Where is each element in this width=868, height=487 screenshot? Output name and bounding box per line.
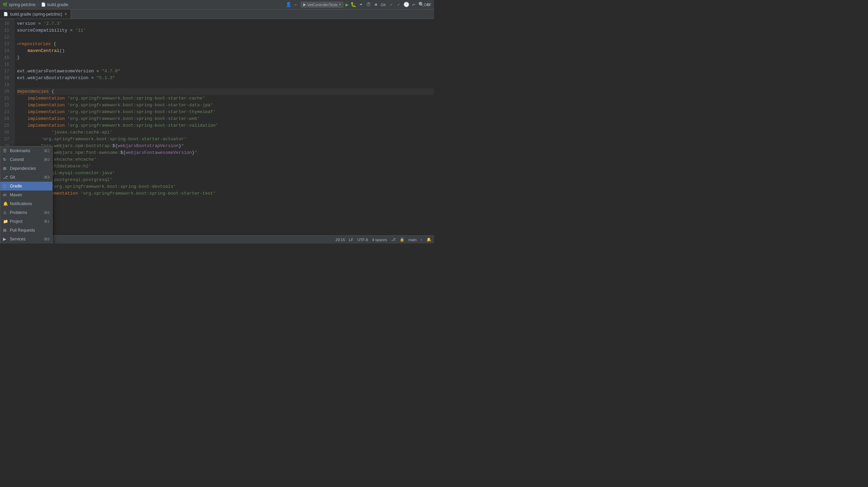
code-line-12 (17, 34, 434, 41)
git-icon: ⎇ (3, 175, 8, 180)
run-config-selector[interactable]: ▶ VetControllerTests ▾ (301, 2, 343, 7)
menu-item-project[interactable]: 📁 Project ⌘1 (0, 217, 52, 226)
problems-icon: ⚠ (3, 210, 8, 215)
code-line-10: version = '2.7.3' (17, 20, 434, 27)
tab-bar: 📄 build.gradle (spring-petclinic) ✕ (0, 10, 434, 19)
code-line-18: ext.webjarsBootstrapVersion = "5.1.3" (17, 75, 434, 82)
status-right: 20:15 LF UTF-8 4 spaces ⎇ 🔒 main ↑ 🔔 (336, 237, 431, 242)
line-num-27: 27 (0, 136, 11, 143)
line-num-18: 18 (0, 75, 11, 82)
pull-requests-icon: ⊞ (3, 228, 8, 233)
menu-label-bookmarks: Bookmarks (10, 148, 42, 153)
line-num-19: 19 (0, 82, 11, 88)
code-line-11: sourceCompatibility = '11' (17, 27, 434, 34)
notifications-icon: 🔔 (3, 201, 8, 206)
cursor-position[interactable]: 20:15 (336, 238, 345, 242)
popup-menu: ☰ Bookmarks ⌘2 ↻ Commit ⌘0 ⊞ Dependencie… (0, 146, 53, 244)
menu-item-dependencies[interactable]: ⊞ Dependencies (0, 164, 52, 173)
code-line-27: 'org.springframework.boot:spring-boot-st… (17, 136, 434, 143)
dependencies-icon: ⊞ (3, 166, 8, 171)
breadcrumb-file[interactable]: build.gradle (47, 2, 68, 7)
line-ending[interactable]: LF (349, 238, 354, 242)
line-num-10: 10 (0, 20, 11, 27)
line-num-26: 26 (0, 129, 11, 136)
git-rollback-icon[interactable]: ↩ (411, 2, 416, 7)
menu-shortcut-services: ⌘8 (44, 237, 50, 241)
profile-button[interactable]: ⏱ (366, 2, 371, 7)
code-line-20: dependencies { (17, 88, 434, 95)
code-line-15: } (17, 54, 434, 61)
code-line-35: implementation 'org.springframework.boot… (17, 190, 434, 197)
menu-item-git[interactable]: ⎇ Git ⌘9 (0, 173, 52, 182)
menu-item-services[interactable]: ▶ Services ⌘8 (0, 235, 52, 244)
line-num-14: 14 (0, 48, 11, 54)
menu-label-project: Project (10, 219, 42, 224)
menu-label-pull-requests: Pull Requests (10, 228, 48, 233)
menu-item-notifications[interactable]: 🔔 Notifications (0, 199, 52, 208)
menu-label-notifications: Notifications (10, 201, 48, 206)
bookmarks-icon: ☰ (3, 148, 8, 153)
menu-label-problems: Problems (10, 210, 42, 215)
run-config-icon: ▶ (303, 2, 306, 7)
upload-icon: ↑ (421, 238, 423, 242)
menu-item-problems[interactable]: ⚠ Problems ⌘6 (0, 208, 52, 217)
code-line-30: 'org.ehcache:ehcache' (17, 156, 434, 163)
project-icon: 📁 (3, 219, 8, 224)
run-config-label: VetControllerTests (307, 3, 338, 7)
code-line-19 (17, 82, 434, 88)
services-icon: ▶ (3, 237, 8, 241)
menu-label-commit: Commit (10, 157, 42, 162)
menu-item-gradle[interactable]: ⬡ Gradle (0, 182, 52, 191)
indent-info[interactable]: 4 spaces (372, 238, 387, 242)
git-update-icon[interactable]: ✓ (388, 2, 394, 7)
back-icon[interactable]: ← (293, 2, 299, 7)
project-icon: 🌿 (3, 2, 7, 7)
top-bar: 🌿 spring-petclinic › 📄 build.gradle 👤 ← … (0, 0, 434, 10)
run-button[interactable]: ▶ (345, 1, 349, 8)
tab-label: build.gradle (spring-petclinic) (10, 12, 62, 17)
code-line-31: 'com.h2database:h2' (17, 163, 434, 170)
line-num-12: 12 (0, 34, 11, 41)
menu-shortcut-commit: ⌘0 (44, 158, 50, 162)
status-bar: ☐ 20:15 LF UTF-8 4 spaces ⎇ 🔒 main ↑ 🔔 (0, 235, 434, 244)
notifications-status-icon: 🔔 (427, 237, 431, 242)
run-config-arrow: ▾ (339, 2, 341, 7)
coverage-button[interactable]: ☂ (358, 2, 364, 7)
menu-label-services: Services (10, 237, 42, 241)
code-line-16 (17, 61, 434, 68)
tab-build-gradle[interactable]: 📄 build.gradle (spring-petclinic) ✕ (0, 10, 71, 19)
git-history-icon[interactable]: 🕐 (403, 2, 409, 7)
breadcrumb-sep: › (37, 2, 40, 7)
menu-item-bookmarks[interactable]: ☰ Bookmarks ⌘2 (0, 146, 52, 155)
debug-button[interactable]: 🐛 (351, 2, 356, 7)
encoding[interactable]: UTF-8 (357, 238, 368, 242)
top-bar-right: 👤 ← ▶ VetControllerTests ▾ ▶ 🐛 ☂ ⏱ ■ Git… (286, 1, 431, 8)
stop-button[interactable]: ■ (373, 2, 379, 7)
code-line-29: "org.webjars.npm:font-awesome:${webjarsF… (17, 149, 434, 156)
code-line-21: implementation 'org.springframework.boot… (17, 95, 434, 102)
breadcrumb: 🌿 spring-petclinic › 📄 build.gradle (3, 2, 284, 7)
git-push-icon[interactable]: ✓ (396, 2, 401, 7)
code-content[interactable]: version = '2.7.3' sourceCompatibility = … (14, 19, 434, 235)
menu-label-git: Git (10, 175, 42, 180)
code-line-13: ▾repositories { (17, 41, 434, 48)
user-icon[interactable]: 👤 (286, 2, 291, 7)
line-num-23: 23 (0, 109, 11, 115)
tab-close-button[interactable]: ✕ (64, 12, 67, 16)
menu-item-pull-requests[interactable]: ⊞ Pull Requests (0, 226, 52, 235)
git-label: Git: (381, 3, 386, 7)
code-line-14: mavenCentral() (17, 48, 434, 54)
line-num-20: 20 (0, 88, 11, 95)
code-line-22: implementation 'org.springframework.boot… (17, 102, 434, 109)
line-num-17: 17 (0, 68, 11, 75)
breadcrumb-project[interactable]: spring-petclinic (9, 2, 36, 7)
search-icon[interactable]: 🔍 (418, 2, 424, 7)
line-num-21: 21 (0, 95, 11, 102)
menu-item-maven[interactable]: m Maven (0, 191, 52, 199)
branch-name[interactable]: main (409, 238, 417, 242)
line-num-16: 16 (0, 61, 11, 68)
menu-item-commit[interactable]: ↻ Commit ⌘0 (0, 155, 52, 164)
code-line-28: "org.webjars.npm:bootstrap:${webjarsBoot… (17, 143, 434, 149)
code-line-32: 'mysql:mysql-connector-java' (17, 170, 434, 177)
editor-area: 10 11 12 13 14 15 16 17 18 19 20 21 22 2… (0, 19, 434, 235)
